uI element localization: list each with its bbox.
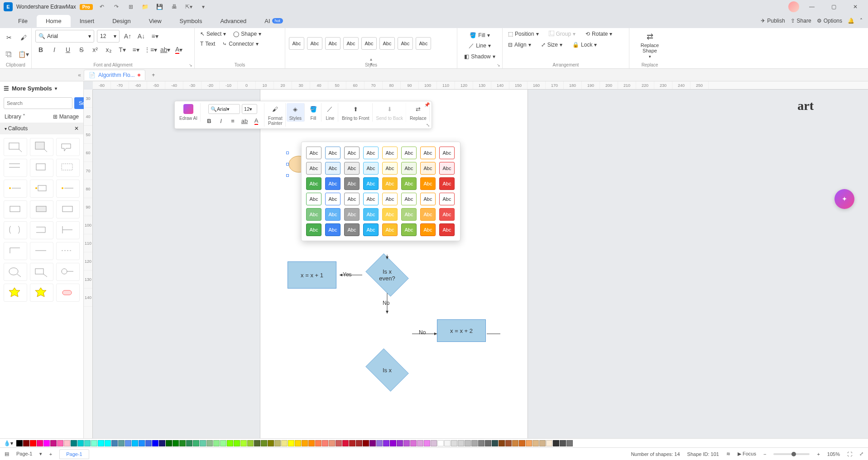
color-swatch[interactable]	[376, 440, 383, 446]
fit-page-icon[interactable]: ⛶	[847, 451, 852, 457]
color-swatch[interactable]	[349, 440, 355, 446]
connector-tool[interactable]: ⤷Connector ▾	[221, 40, 260, 48]
color-swatch[interactable]	[369, 440, 376, 446]
ft-styles[interactable]: ◈ Styles	[287, 103, 305, 122]
sidebar-header[interactable]: ☰ More Symbols ▾	[0, 81, 83, 95]
style-option[interactable]: Abc	[363, 208, 379, 221]
shape-thumbnail[interactable]	[30, 180, 53, 198]
color-swatch[interactable]	[247, 440, 254, 446]
color-swatch[interactable]	[206, 440, 213, 446]
color-swatch[interactable]	[417, 440, 423, 446]
notifications-icon[interactable]: 🔔	[848, 18, 854, 24]
align-text-icon[interactable]: ≡▾	[149, 31, 160, 42]
style-option[interactable]: Abc	[325, 177, 340, 190]
color-swatch[interactable]	[403, 440, 410, 446]
color-swatch[interactable]	[240, 440, 247, 446]
style-option[interactable]: Abc	[325, 193, 340, 205]
add-page-button[interactable]: +	[49, 451, 52, 457]
library-toggle[interactable]: Library ˄	[5, 114, 25, 120]
manage-link[interactable]: ⊞ Manage	[53, 114, 79, 120]
style-option[interactable]: Abc	[382, 147, 398, 159]
ft-italic-icon[interactable]: I	[216, 116, 226, 126]
color-swatch[interactable]	[288, 440, 294, 446]
bold-icon[interactable]: B	[35, 44, 46, 55]
style-swatch[interactable]: Abc	[398, 37, 413, 50]
shape-thumbnail[interactable]	[4, 159, 27, 177]
shape-thumbnail[interactable]	[56, 263, 80, 281]
style-option[interactable]: Abc	[401, 177, 417, 190]
callouts-section-header[interactable]: ▾ Callouts ✕	[0, 123, 83, 134]
color-swatch[interactable]	[431, 440, 437, 446]
style-option[interactable]: Abc	[325, 147, 340, 159]
close-section-icon[interactable]: ✕	[74, 125, 79, 132]
style-option[interactable]: Abc	[420, 193, 436, 205]
color-swatch[interactable]	[213, 440, 220, 446]
ft-size-select[interactable]: 12 ▾	[242, 104, 257, 114]
page-selector[interactable]: Page-1 ▾	[16, 451, 42, 457]
flowchart-process-box[interactable]: x = x + 1	[288, 261, 336, 289]
ft-font-select[interactable]: 🔍 Arial ▾	[208, 104, 240, 114]
color-swatch[interactable]	[532, 440, 539, 446]
color-swatch[interactable]	[315, 440, 321, 446]
color-swatch[interactable]	[152, 440, 158, 446]
color-swatch[interactable]	[43, 440, 50, 446]
select-tool[interactable]: ↖Select ▾	[198, 30, 228, 38]
color-swatch[interactable]	[227, 440, 233, 446]
color-swatch[interactable]	[179, 440, 186, 446]
shape-thumbnail[interactable]	[56, 242, 80, 260]
menu-ai[interactable]: AI hot	[255, 15, 292, 27]
style-option[interactable]: Abc	[401, 223, 417, 236]
style-swatch[interactable]: Abc	[289, 37, 304, 50]
style-option[interactable]: Abc	[306, 162, 321, 175]
position-dropdown[interactable]: ⬚Position ▾	[506, 30, 541, 38]
align-dropdown[interactable]: ⊟Align ▾	[506, 41, 533, 49]
collapse-sidebar-icon[interactable]: «	[78, 72, 81, 78]
new-icon[interactable]: ⊞	[125, 1, 136, 12]
pages-icon[interactable]: ▤	[5, 451, 9, 457]
color-swatch[interactable]	[526, 440, 532, 446]
style-option[interactable]: Abc	[382, 223, 398, 236]
shape-thumbnail[interactable]	[4, 242, 27, 260]
page-tab[interactable]: Page-1	[59, 449, 89, 459]
shape-thumbnail[interactable]	[4, 180, 27, 198]
color-swatch[interactable]	[145, 440, 152, 446]
ft-line[interactable]: ／ Line	[322, 103, 338, 122]
style-option[interactable]: Abc	[363, 147, 379, 159]
style-option[interactable]: Abc	[325, 223, 340, 236]
shape-thumbnail[interactable]	[30, 284, 53, 302]
font-size-select[interactable]: 12▾	[97, 30, 120, 43]
cut-icon[interactable]: ✂	[4, 32, 14, 43]
color-swatch[interactable]	[234, 440, 240, 446]
color-swatch[interactable]	[560, 440, 566, 446]
color-swatch[interactable]	[30, 440, 36, 446]
shadow-dropdown[interactable]: ◧Shadow ▾	[462, 52, 497, 61]
style-option[interactable]: Abc	[401, 208, 417, 221]
color-swatch[interactable]	[111, 440, 118, 446]
color-swatch[interactable]	[71, 440, 77, 446]
underline-icon[interactable]: U	[62, 44, 73, 55]
italic-icon[interactable]: I	[49, 44, 60, 55]
color-swatch[interactable]	[329, 440, 335, 446]
color-swatch[interactable]	[437, 440, 444, 446]
style-swatch[interactable]: Abc	[307, 37, 322, 50]
shape-thumbnail[interactable]	[30, 221, 53, 239]
color-swatch[interactable]	[471, 440, 478, 446]
color-swatch[interactable]	[193, 440, 199, 446]
color-swatch[interactable]	[139, 440, 145, 446]
shape-thumbnail[interactable]	[4, 284, 27, 302]
color-swatch[interactable]	[274, 440, 281, 446]
color-swatch[interactable]	[98, 440, 104, 446]
style-option[interactable]: Abc	[401, 162, 417, 175]
style-option[interactable]: Abc	[306, 177, 321, 190]
fullscreen-icon[interactable]: ⤢	[859, 451, 863, 457]
color-swatch[interactable]	[363, 440, 369, 446]
copy-icon[interactable]: ⿻	[4, 49, 14, 60]
color-swatch[interactable]	[424, 440, 430, 446]
styles-dialog-launcher-icon[interactable]: ↘	[497, 63, 500, 67]
menu-design[interactable]: Design	[103, 15, 139, 27]
shape-thumbnail[interactable]	[56, 180, 80, 198]
redo-icon[interactable]: ↷	[111, 1, 122, 12]
style-option[interactable]: Abc	[439, 223, 455, 236]
style-option[interactable]: Abc	[344, 208, 360, 221]
font-dialog-launcher-icon[interactable]: ↘	[189, 63, 192, 67]
